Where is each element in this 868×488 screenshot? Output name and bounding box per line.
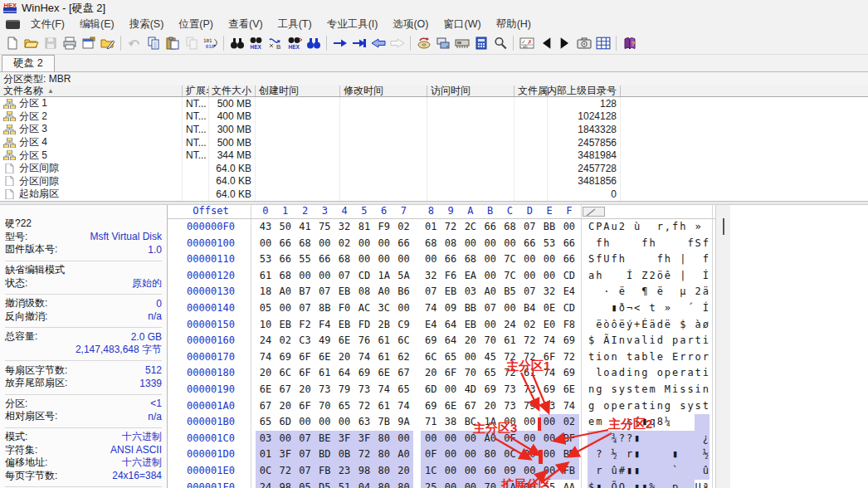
ascii-char[interactable] (602, 414, 610, 431)
hex-row-00000100[interactable]: 0000010000666800020000666808000000665366… (168, 236, 715, 252)
ascii-char[interactable]: ¬ (626, 300, 633, 317)
column-header-7[interactable]: 文件属性 (514, 85, 548, 96)
ascii-char[interactable] (595, 333, 602, 349)
hex-byte[interactable]: 20 (256, 365, 276, 382)
ascii-char[interactable]: ? (595, 447, 602, 463)
ascii-char[interactable] (686, 447, 694, 463)
ascii-char[interactable] (618, 414, 626, 431)
ascii-char[interactable] (633, 268, 641, 285)
ascii-char[interactable]: t (695, 365, 702, 382)
hex-byte[interactable]: AC (354, 300, 374, 317)
ascii-char[interactable] (671, 431, 679, 447)
ascii-char[interactable]: ø (702, 317, 710, 334)
hex-byte[interactable]: 00 (421, 431, 441, 447)
ascii-char[interactable]: Ã (602, 333, 610, 349)
ascii-char[interactable]: 2 (649, 268, 656, 285)
ascii-char[interactable] (656, 463, 664, 480)
ascii-char[interactable] (695, 300, 702, 317)
hex-byte[interactable]: 6F (441, 365, 461, 382)
hex-byte[interactable]: 6E (441, 398, 461, 415)
copy-icon[interactable] (144, 35, 163, 52)
ascii-char[interactable]: ` (671, 463, 679, 480)
table-row-分区 5[interactable]: 分区 5NT...344 MB3481984 (0, 149, 868, 162)
ascii-char[interactable]: ö (656, 268, 664, 285)
hex-byte[interactable]: 00 (394, 431, 414, 447)
ascii-char[interactable] (686, 431, 694, 447)
ascii-char[interactable] (679, 236, 686, 252)
ascii-char[interactable] (588, 463, 595, 480)
ascii-char[interactable]: f (686, 236, 694, 252)
hex-byte[interactable]: 02 (394, 219, 414, 236)
ascii-char[interactable]: + (633, 317, 641, 334)
ascii-char[interactable]: n (611, 349, 618, 366)
hex-byte[interactable]: BB (539, 219, 559, 236)
new-file-icon[interactable] (2, 35, 22, 52)
hex-byte[interactable]: 00 (315, 236, 334, 252)
hex-byte[interactable]: 6E (374, 365, 394, 382)
hex-byte[interactable]: BD (315, 447, 334, 463)
ascii-char[interactable]: c (626, 414, 633, 431)
hex-byte[interactable]: 66 (276, 236, 295, 252)
hex-byte[interactable]: 02 (519, 317, 539, 334)
hex-byte[interactable]: F8 (559, 317, 579, 334)
hex-byte[interactable]: 76 (354, 333, 374, 349)
table-row-分区 4[interactable]: 分区 4NT...500 MB2457856 (0, 136, 868, 149)
screenshot-camera-icon[interactable] (574, 35, 593, 52)
hex-byte[interactable]: 61 (374, 398, 394, 415)
ascii-char[interactable]: f (702, 251, 710, 268)
ascii-char[interactable] (671, 317, 679, 334)
hex-byte[interactable]: 3C (374, 300, 394, 317)
ascii-char[interactable] (695, 431, 702, 447)
hex-byte[interactable]: 20 (276, 398, 295, 415)
ascii-char[interactable]: ´ (686, 300, 694, 317)
hex-byte[interactable]: 69 (421, 398, 441, 415)
ascii-char[interactable] (679, 480, 686, 488)
ascii-char[interactable]: e (618, 398, 626, 415)
ascii-char[interactable]: ¼ (664, 414, 671, 431)
ascii-char[interactable]: ë (664, 317, 671, 334)
hex-row-00000190[interactable]: 000001906E672073797374656D004D697373696E… (168, 382, 715, 398)
ascii-char[interactable]: r (679, 365, 686, 382)
hex-byte[interactable]: F9 (374, 219, 394, 236)
hex-byte[interactable]: 00 (441, 447, 461, 463)
hex-byte[interactable]: 72 (500, 349, 520, 366)
table-row-分区 3[interactable]: 分区 3NT...300 MB1843328 (0, 123, 868, 136)
hex-byte[interactable]: 63 (354, 414, 374, 431)
ascii-char[interactable]: g (664, 398, 671, 415)
ascii-char[interactable]: ? (626, 431, 633, 447)
hex-byte[interactable]: 72 (519, 333, 539, 349)
ascii-char[interactable] (641, 219, 648, 236)
ascii-char[interactable] (595, 284, 602, 300)
hex-byte[interactable]: 55 (295, 251, 315, 268)
hex-byte[interactable]: 65 (394, 382, 414, 398)
ascii-char[interactable]: ð (618, 300, 626, 317)
hex-byte[interactable]: EB (334, 284, 354, 300)
hex-vertical-scrollbar[interactable] (715, 205, 730, 488)
hex-byte[interactable]: 07 (315, 284, 334, 300)
hex-byte[interactable]: BD (559, 447, 579, 463)
ascii-char[interactable]: s (679, 398, 686, 415)
hex-byte[interactable]: A0 (276, 284, 295, 300)
ascii-char[interactable] (679, 300, 686, 317)
ascii-char[interactable]: ▮ (671, 447, 679, 463)
hex-byte[interactable]: 70 (480, 333, 500, 349)
hex-byte[interactable]: 68 (334, 251, 354, 268)
ascii-char[interactable]: s (611, 382, 618, 398)
ascii-char[interactable] (633, 236, 641, 252)
hex-byte[interactable]: 61 (500, 333, 520, 349)
ascii-char[interactable]: s (626, 382, 633, 398)
ascii-char[interactable] (686, 284, 694, 300)
hex-byte[interactable]: 00 (519, 431, 539, 447)
ascii-char[interactable]: y (686, 398, 694, 415)
ascii-char[interactable]: f (595, 251, 602, 268)
ascii-char[interactable] (626, 219, 633, 236)
ascii-char[interactable]: i (702, 333, 710, 349)
hex-byte[interactable]: 00 (480, 251, 500, 268)
hex-byte[interactable]: 7C (500, 268, 520, 285)
hex-byte[interactable]: 00 (500, 300, 520, 317)
hex-row-00000120[interactable]: 000001206168000007CD1A5A32F6EA007C0000CD… (168, 268, 715, 285)
ascii-char[interactable]: r (679, 349, 686, 366)
hex-byte[interactable]: 6F (295, 349, 315, 366)
hex-byte[interactable]: F0 (334, 300, 354, 317)
ascii-char[interactable] (671, 398, 679, 415)
